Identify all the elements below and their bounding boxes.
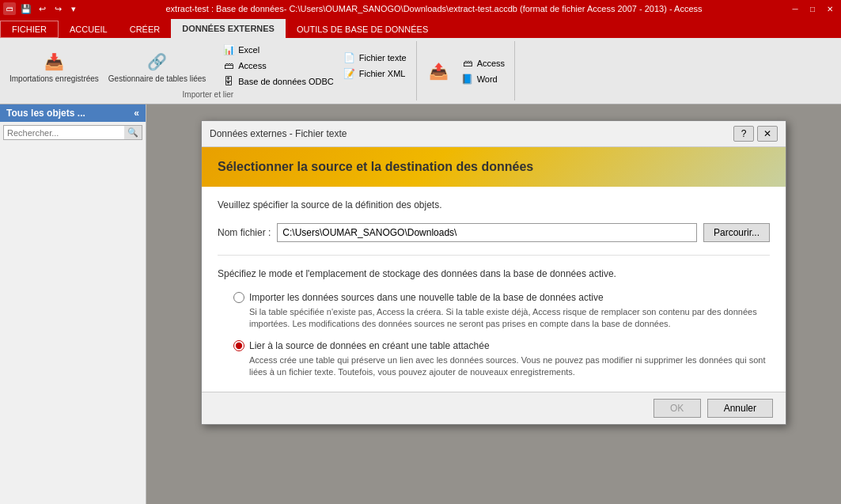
sidebar: Tous les objets ... « 🔍 xyxy=(0,104,146,504)
cancel-btn[interactable]: Annuler xyxy=(707,399,773,418)
dialog-overlay: Données externes - Fichier texte ? ✕ Sél… xyxy=(146,104,841,504)
excel-icon: 📊 xyxy=(222,44,235,56)
dialog-title: Données externes - Fichier texte xyxy=(210,128,347,139)
sidebar-search-box[interactable]: 🔍 xyxy=(3,125,142,140)
dialog-banner: Sélectionner la source et la destination… xyxy=(202,147,786,187)
tab-outils-bdd[interactable]: OUTILS DE BASE DE DONNÉES xyxy=(286,21,439,38)
sidebar-header: Tous les objets ... « xyxy=(0,104,146,122)
radio-row-link[interactable]: Lier à la source de données en créant un… xyxy=(233,340,770,351)
ribbon-group-import: 📥 Importations enregistrées 🔗 Gestionnai… xyxy=(0,41,417,100)
section-desc: Spécifiez le mode et l'emplacement de st… xyxy=(218,255,770,279)
window-controls: ─ □ ✕ xyxy=(787,2,838,15)
radio-link[interactable] xyxy=(233,340,244,351)
filename-input[interactable] xyxy=(277,223,697,242)
title-bar-left: 🗃 💾 ↩ ↪ ▾ xyxy=(3,2,81,16)
gestionnaire-label: Gestionnaire de tables liées xyxy=(108,74,206,83)
excel-label: Excel xyxy=(238,45,259,55)
ribbon-tabs: FICHIER ACCUEIL CRÉER DONNÉES EXTERNES O… xyxy=(0,17,841,38)
main-area: Tous les objets ... « 🔍 Données externes… xyxy=(0,104,841,504)
radio-import-desc: Si la table spécifiée n'existe pas, Acce… xyxy=(249,306,770,331)
tab-donnees-externes[interactable]: DONNÉES EXTERNES xyxy=(171,19,286,38)
fichier-xml-label: Fichier XML xyxy=(359,69,406,78)
ribbon: 📥 Importations enregistrées 🔗 Gestionnai… xyxy=(0,38,841,104)
excel-btn[interactable]: 📊 Excel xyxy=(219,43,263,57)
base-donnees-icon: 🗄 xyxy=(222,75,235,88)
dialog-body: Veuillez spécifier la source de la défin… xyxy=(202,187,786,392)
dialog-banner-title: Sélectionner la source et la destination… xyxy=(218,160,533,174)
word-btn[interactable]: 📘 Word xyxy=(458,72,508,86)
minimize-btn[interactable]: ─ xyxy=(787,2,803,15)
fichier-xml-icon: 📝 xyxy=(343,67,356,80)
redo-btn[interactable]: ↪ xyxy=(51,2,65,16)
save-quick-btn[interactable]: 💾 xyxy=(19,2,33,16)
export-icon: 📤 xyxy=(426,59,452,84)
dialog-close-btn[interactable]: ✕ xyxy=(757,126,778,142)
radio-item-import: Importer les données sources dans une no… xyxy=(233,292,770,331)
tab-fichier[interactable]: FICHIER xyxy=(0,21,59,38)
access-btn[interactable]: 🗃 Access xyxy=(219,59,269,73)
ribbon-group-export: 📤 🗃 Access 📘 Word xyxy=(417,41,515,100)
import-group-label: Importer et lier xyxy=(183,90,233,99)
search-input[interactable] xyxy=(4,127,124,139)
gestionnaire-icon: 🔗 xyxy=(145,49,170,74)
fichier-texte-label: Fichier texte xyxy=(359,53,407,63)
dialog-controls: ? ✕ xyxy=(733,126,778,142)
fichier-xml-btn[interactable]: 📝 Fichier XML xyxy=(340,66,410,81)
tab-creer[interactable]: CRÉER xyxy=(119,21,172,38)
radio-link-desc: Access crée une table qui préserve un li… xyxy=(249,354,770,379)
access-exp-label: Access xyxy=(477,59,505,68)
search-btn[interactable]: 🔍 xyxy=(124,126,142,139)
title-bar: 🗃 💾 ↩ ↪ ▾ extract-test : Base de données… xyxy=(0,0,841,17)
dialog-help-btn[interactable]: ? xyxy=(733,126,754,142)
importations-icon: 📥 xyxy=(41,49,66,74)
app-icon: 🗃 xyxy=(3,2,16,15)
dialog-footer: OK Annuler xyxy=(202,392,786,424)
gestionnaire-btn[interactable]: 🔗 Gestionnaire de tables liées xyxy=(105,47,209,85)
export-items: 📤 🗃 Access 📘 Word xyxy=(423,43,508,99)
base-donnees-btn[interactable]: 🗄 Base de données ODBC xyxy=(219,74,336,89)
content-area: Données externes - Fichier texte ? ✕ Sél… xyxy=(146,104,841,504)
export-main-btn[interactable]: 📤 xyxy=(423,57,455,85)
sidebar-title: Tous les objets ... xyxy=(6,108,85,119)
filename-label: Nom fichier : xyxy=(218,227,271,238)
browse-btn[interactable]: Parcourir... xyxy=(703,223,770,242)
dialog-titlebar: Données externes - Fichier texte ? ✕ xyxy=(202,121,786,147)
access-export-btn[interactable]: 🗃 Access xyxy=(458,56,508,70)
word-label: Word xyxy=(477,74,498,84)
access-icon: 🗃 xyxy=(222,59,235,72)
tab-accueil[interactable]: ACCUEIL xyxy=(59,21,119,38)
radio-import-label: Importer les données sources dans une no… xyxy=(249,292,604,303)
access-exp-icon: 🗃 xyxy=(461,57,474,70)
fichier-texte-btn[interactable]: 📄 Fichier texte xyxy=(340,51,410,65)
importations-label: Importations enregistrées xyxy=(9,74,99,83)
quick-access-toolbar: 💾 ↩ ↪ ▾ xyxy=(19,2,81,16)
sidebar-collapse-icon[interactable]: « xyxy=(134,108,139,119)
close-btn[interactable]: ✕ xyxy=(822,2,838,15)
ribbon-group-items: 📥 Importations enregistrées 🔗 Gestionnai… xyxy=(6,43,410,89)
radio-group: Importer les données sources dans une no… xyxy=(233,292,770,379)
radio-item-link: Lier à la source de données en créant un… xyxy=(233,340,770,379)
radio-link-label: Lier à la source de données en créant un… xyxy=(249,340,490,351)
fichier-texte-icon: 📄 xyxy=(343,51,356,64)
ok-btn[interactable]: OK xyxy=(653,399,701,418)
importations-btn[interactable]: 📥 Importations enregistrées xyxy=(6,47,102,85)
undo-btn[interactable]: ↩ xyxy=(35,2,49,16)
radio-row-import[interactable]: Importer les données sources dans une no… xyxy=(233,292,770,303)
word-icon: 📘 xyxy=(461,73,474,85)
window-title: extract-test : Base de données- C:\Users… xyxy=(81,4,787,13)
base-donnees-label: Base de données ODBC xyxy=(238,77,333,86)
maximize-btn[interactable]: □ xyxy=(805,2,820,15)
dialog-subtitle: Veuillez spécifier la source de la défin… xyxy=(218,199,770,210)
qa-dropdown[interactable]: ▾ xyxy=(66,2,81,16)
filename-row: Nom fichier : Parcourir... xyxy=(218,223,770,242)
radio-import[interactable] xyxy=(233,292,244,303)
external-data-dialog: Données externes - Fichier texte ? ✕ Sél… xyxy=(201,120,786,425)
access-label: Access xyxy=(238,61,266,70)
